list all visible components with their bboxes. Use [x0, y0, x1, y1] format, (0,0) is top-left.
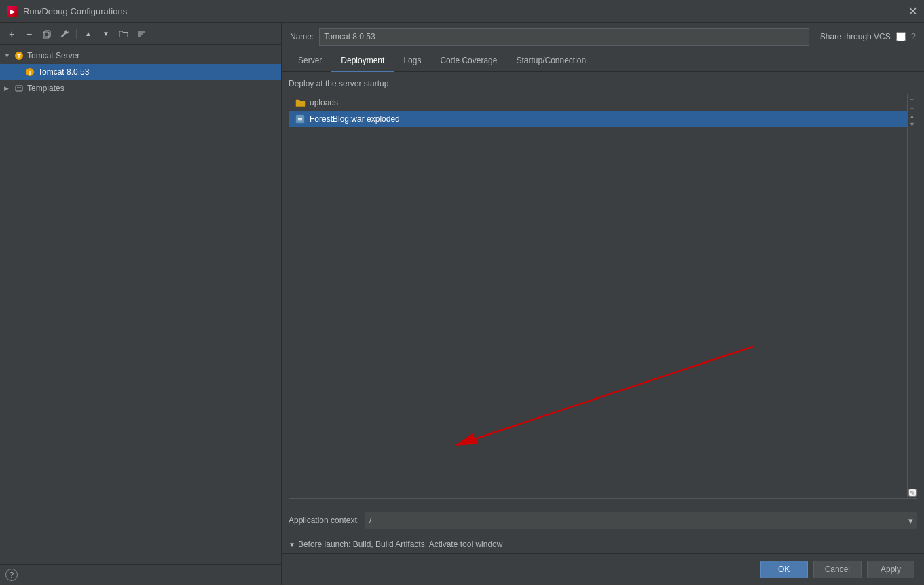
before-launch-header[interactable]: ▼ Before launch: Build, Build Artifacts,…: [289, 539, 917, 549]
tree-item-label: Tomcat 8.0.53: [38, 67, 89, 77]
artifact-forestblog[interactable]: W ForestBlog:war exploded: [289, 111, 907, 127]
wrench-button[interactable]: [57, 26, 72, 41]
left-panel: + − ▲ ▼: [0, 23, 282, 585]
ok-button[interactable]: OK: [760, 561, 808, 578]
title-bar: ▶ Run/Debug Configurations ✕: [0, 0, 924, 23]
artifact-uploads-label: uploads: [310, 98, 338, 107]
svg-text:T: T: [17, 53, 21, 60]
tab-content: Deploy at the server startup uploads: [282, 72, 924, 535]
apply-button[interactable]: Apply: [867, 561, 914, 578]
left-bottom: ?: [0, 564, 281, 585]
artifacts-list: uploads W ForestBlog:war exploded: [289, 94, 907, 498]
folder-icon: [295, 97, 306, 108]
tab-logs[interactable]: Logs: [394, 50, 430, 72]
right-panel: Name: Share through VCS ? Server Deploym…: [282, 23, 924, 585]
main-layout: + − ▲ ▼: [0, 23, 924, 585]
close-icon[interactable]: ✕: [908, 6, 917, 17]
tab-server[interactable]: Server: [289, 50, 331, 72]
remove-button[interactable]: −: [22, 26, 37, 41]
tree-collapse-arrow: ▶: [4, 85, 14, 92]
templates-label: Templates: [27, 84, 64, 93]
app-context-input-wrap: ▾: [365, 512, 917, 529]
scroll-add-button[interactable]: +: [908, 96, 917, 104]
name-label: Name:: [290, 32, 314, 41]
share-help-icon[interactable]: ?: [911, 31, 916, 41]
share-checkbox[interactable]: [896, 32, 906, 41]
war-icon: W: [295, 113, 306, 124]
scroll-edit-button[interactable]: ✎: [908, 489, 917, 497]
svg-text:T: T: [28, 69, 32, 76]
before-launch-arrow: ▼: [289, 541, 295, 548]
templates-icon: [14, 83, 24, 94]
sort-button[interactable]: [134, 26, 149, 41]
tree-group-label: Tomcat Server: [27, 51, 79, 60]
tab-deployment[interactable]: Deployment: [331, 50, 394, 72]
tree-item-tomcat[interactable]: T Tomcat 8.0.53: [0, 64, 281, 80]
toolbar-separator: [76, 29, 77, 39]
tomcat-instance-icon: T: [24, 67, 35, 77]
name-input[interactable]: [319, 28, 809, 46]
svg-rect-1: [45, 31, 50, 37]
title-bar-left: ▶ Run/Debug Configurations: [7, 6, 127, 17]
scroll-down-button[interactable]: ▼: [908, 120, 917, 128]
artifact-forestblog-label: ForestBlog:war exploded: [310, 114, 400, 124]
app-context-section: Application context: ▾: [282, 506, 924, 535]
bottom-bar: OK Cancel Apply: [282, 553, 924, 585]
artifact-uploads[interactable]: uploads: [289, 94, 907, 111]
svg-text:W: W: [298, 117, 303, 122]
tree: ▼ T Tomcat Server T Tomcat 8.0.53: [0, 45, 281, 564]
folder-button[interactable]: [116, 26, 131, 41]
window-title: Run/Debug Configurations: [23, 6, 127, 16]
scroll-remove-button[interactable]: −: [908, 104, 917, 112]
cancel-button[interactable]: Cancel: [813, 561, 862, 578]
share-label: Share through VCS: [820, 32, 891, 41]
app-icon: ▶: [7, 6, 18, 17]
app-context-input[interactable]: [365, 512, 917, 529]
tabs: Server Deployment Logs Code Coverage Sta…: [282, 50, 924, 72]
move-down-button[interactable]: ▼: [98, 26, 113, 41]
before-launch-label: Before launch: Build, Build Artifacts, A…: [298, 539, 503, 549]
move-up-button[interactable]: ▲: [81, 26, 96, 41]
copy-button[interactable]: [39, 26, 54, 41]
tomcat-server-group-icon: T: [14, 50, 24, 61]
deploy-section: Deploy at the server startup uploads: [282, 72, 924, 506]
name-bar: Name: Share through VCS ?: [282, 23, 924, 50]
app-context-dropdown-button[interactable]: ▾: [904, 512, 917, 529]
scroll-up-button[interactable]: ▲: [908, 112, 917, 120]
svg-rect-0: [43, 32, 49, 38]
deploy-label: Deploy at the server startup: [289, 79, 917, 88]
tree-group-templates[interactable]: ▶ Templates: [0, 80, 281, 96]
help-icon[interactable]: ?: [5, 569, 18, 581]
app-context-label: Application context:: [289, 516, 359, 525]
toolbar: + − ▲ ▼: [0, 23, 281, 45]
artifacts-scrollbar: + − ▲ ▼ ✎: [907, 94, 917, 498]
tab-code-coverage[interactable]: Code Coverage: [430, 50, 506, 72]
artifacts-container: uploads W ForestBlog:war exploded: [289, 94, 917, 499]
tree-group-tomcat-server[interactable]: ▼ T Tomcat Server: [0, 48, 281, 64]
tab-startup-connection[interactable]: Startup/Connection: [506, 50, 595, 72]
before-launch-section: ▼ Before launch: Build, Build Artifacts,…: [282, 535, 924, 553]
tree-expand-arrow: ▼: [4, 52, 14, 59]
add-button[interactable]: +: [4, 26, 19, 41]
